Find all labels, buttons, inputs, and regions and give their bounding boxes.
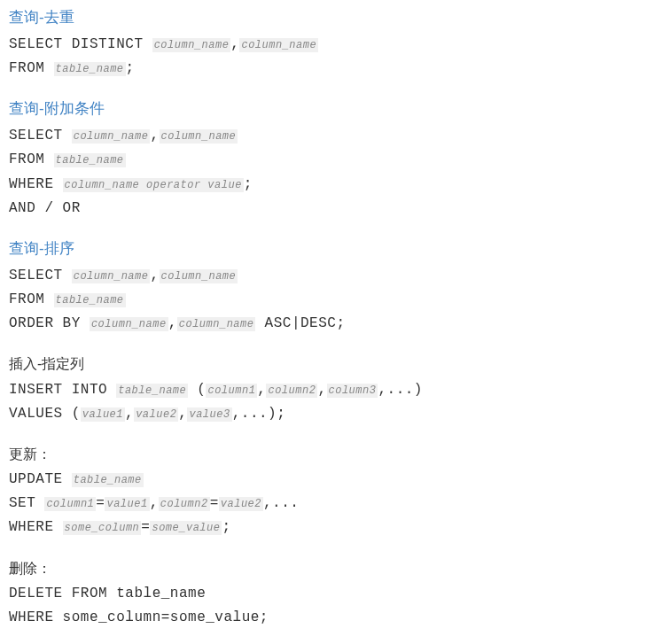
placeholder-column: column_name	[160, 129, 238, 144]
terminator: ;	[222, 519, 230, 535]
section-title: 查询-去重	[9, 5, 638, 31]
separator: ,	[230, 36, 239, 52]
section-title: 插入-指定列	[9, 352, 638, 376]
placeholder-column: column2	[266, 384, 317, 398]
code-line: WHERE some_column=some_value;	[9, 516, 638, 539]
equals: =	[210, 495, 219, 511]
placeholder-column: some_column	[63, 521, 142, 535]
code-line: AND / OR	[9, 197, 638, 221]
keyword: FROM	[9, 151, 54, 167]
terminator: ;	[126, 60, 135, 76]
ellipsis: ,...	[263, 495, 299, 511]
close-paren: ,...)	[378, 382, 423, 398]
section-orderby: 查询-排序 SELECT column_name,column_name FRO…	[9, 237, 638, 336]
placeholder-value: value1	[81, 407, 125, 422]
section-title: 更新：	[9, 442, 638, 466]
separator: ,	[150, 268, 159, 283]
placeholder-column: column_name	[152, 38, 231, 52]
placeholder-value: value1	[105, 497, 149, 511]
code-line: SELECT DISTINCT column_name,column_name	[9, 33, 638, 57]
keyword: WHERE	[9, 176, 63, 192]
keyword: VALUES (	[9, 406, 81, 422]
placeholder-column: column1	[206, 384, 257, 398]
code-line: SELECT column_name,column_name	[9, 124, 638, 148]
placeholder-table: table_name	[116, 384, 188, 398]
code-line: SET column1=value1,column2=value2,...	[9, 492, 638, 516]
open-paren: (	[188, 382, 206, 398]
placeholder-condition: column_name operator value	[63, 178, 244, 192]
section-insert: 插入-指定列 INSERT INTO table_name (column1,c…	[9, 352, 638, 426]
placeholder-column: column3	[327, 384, 378, 398]
keyword: FROM	[9, 291, 54, 307]
code-line: VALUES (value1,value2,value3,...);	[9, 402, 638, 426]
separator: ,	[178, 406, 187, 422]
placeholder-table: table_name	[72, 473, 144, 487]
separator: ,	[168, 315, 177, 331]
placeholder-column: column_name	[160, 269, 238, 283]
keyword: ORDER BY	[9, 315, 90, 331]
keyword: SELECT DISTINCT	[9, 36, 152, 52]
keyword: WHERE	[9, 519, 63, 535]
section-delete: 删除： DELETE FROM table_name WHERE some_co…	[9, 556, 638, 631]
separator: ,	[317, 382, 326, 398]
placeholder-value: value2	[219, 497, 263, 511]
code-line: SELECT column_name,column_name	[9, 264, 638, 288]
section-distinct: 查询-去重 SELECT DISTINCT column_name,column…	[9, 5, 638, 81]
placeholder-column: column_name	[239, 38, 318, 52]
keyword: INSERT INTO	[9, 382, 116, 398]
keyword: SELECT	[9, 268, 72, 283]
keyword: SET	[9, 495, 44, 511]
placeholder-value: some_value	[150, 521, 222, 535]
separator: ,	[150, 495, 159, 511]
code-line: WHERE some_column=some_value;	[9, 606, 638, 630]
placeholder-table: table_name	[54, 153, 126, 167]
placeholder-column: column_name	[72, 129, 151, 144]
code-line: ORDER BY column_name,column_name ASC|DES…	[9, 312, 638, 336]
equals: =	[96, 495, 105, 511]
code-line: FROM table_name	[9, 148, 638, 172]
separator: ,	[125, 406, 134, 422]
code-line: WHERE column_name operator value;	[9, 173, 638, 197]
section-title: 删除：	[9, 556, 638, 580]
keyword: SELECT	[9, 128, 72, 144]
section-update: 更新： UPDATE table_name SET column1=value1…	[9, 442, 638, 540]
placeholder-column: column_name	[177, 317, 256, 331]
section-title: 查询-附加条件	[9, 97, 638, 122]
placeholder-table: table_name	[54, 62, 126, 76]
separator: ,	[150, 128, 159, 144]
equals: =	[141, 519, 150, 535]
placeholder-column: column1	[44, 497, 96, 511]
code-line: INSERT INTO table_name (column1,column2,…	[9, 378, 638, 402]
close-paren: ,...);	[232, 406, 286, 422]
placeholder-value: value3	[187, 407, 231, 422]
keyword: UPDATE	[9, 471, 72, 487]
code-line: DELETE FROM table_name	[9, 582, 638, 606]
code-line: FROM table_name	[9, 288, 638, 312]
terminator: ;	[244, 176, 253, 192]
code-line: UPDATE table_name	[9, 468, 638, 492]
keyword: FROM	[9, 60, 54, 76]
placeholder-column: column2	[159, 497, 210, 511]
keyword: ASC|DESC;	[255, 315, 345, 331]
placeholder-table: table_name	[54, 293, 126, 307]
code-line: FROM table_name;	[9, 57, 638, 81]
separator: ,	[257, 382, 266, 398]
placeholder-column: column_name	[72, 269, 151, 283]
section-title: 查询-排序	[9, 237, 638, 262]
placeholder-value: value2	[134, 407, 178, 422]
section-where: 查询-附加条件 SELECT column_name,column_name F…	[9, 97, 638, 221]
placeholder-column: column_name	[90, 317, 168, 331]
